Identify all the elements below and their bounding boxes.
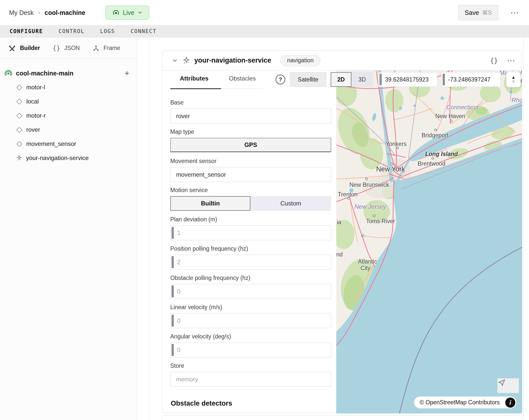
openstreetmap-canvas[interactable]	[336, 70, 522, 413]
live-machine-icon	[5, 69, 12, 77]
plan-deviation-label: Plan deviation (m)	[170, 216, 331, 223]
frame-axes-icon	[92, 45, 100, 52]
tab-frame[interactable]: Frame	[92, 45, 120, 52]
tree-item-label: motor-l	[26, 84, 45, 91]
info-icon[interactable]: i	[505, 398, 515, 408]
sidebar-item-motor-r[interactable]: motor-r	[0, 109, 137, 123]
next-card-partial	[162, 415, 522, 420]
add-component-button[interactable]: +	[125, 69, 129, 78]
field-store: Store memory	[170, 362, 331, 387]
component-diamond-icon	[16, 98, 22, 104]
config-sidebar: Builder {} JSON Frame cool-machine-main …	[0, 38, 137, 420]
mode-2d-button[interactable]: 2D	[331, 72, 351, 87]
motion-service-custom-option[interactable]: Custom	[250, 196, 331, 211]
curly-braces-icon: {}	[53, 44, 60, 52]
json-view-toggle[interactable]: {}	[490, 57, 498, 64]
angular-velocity-label: Angular velocity (deg/s)	[170, 333, 331, 340]
builder-tools-icon	[8, 44, 16, 52]
more-menu-button[interactable]: ⋯	[510, 8, 519, 17]
main-tab-control[interactable]: CONTROL	[59, 28, 85, 34]
breadcrumb-separator: ›	[38, 9, 40, 16]
main-tab-logs[interactable]: LOGS	[100, 28, 115, 34]
satellite-toggle-button[interactable]: Satellite	[290, 72, 326, 87]
base-input[interactable]: rover	[170, 109, 331, 123]
field-angular-velocity: Angular velocity (deg/s) 0	[170, 333, 331, 357]
field-map-type: Map type GPS	[170, 128, 331, 152]
linear-velocity-input[interactable]: 0	[170, 313, 331, 328]
send-arrow-icon	[497, 378, 506, 387]
angular-velocity-input[interactable]: 0	[170, 343, 331, 357]
breadcrumb-machine-name: cool-machine	[45, 9, 85, 16]
motion-service-builtin-option[interactable]: Builtin	[170, 196, 250, 211]
navigation-map[interactable]: MassachProRhodConnecticutNew HavenBridge…	[336, 70, 522, 413]
tab-json[interactable]: {} JSON	[53, 44, 80, 52]
motion-service-toggle: Builtin Custom	[170, 196, 331, 211]
obstacle-polling-label: Obstacle polling frequency (hz)	[170, 275, 331, 281]
component-diamond-icon	[16, 127, 22, 133]
zoom-stepper[interactable]: ▲ ▼	[506, 72, 521, 87]
map-label-toms-river: Toms River	[366, 218, 395, 225]
map-type-label: Map type	[170, 128, 331, 135]
map-label-new-york: New York	[376, 165, 405, 173]
service-type-badge: navigation	[280, 55, 321, 66]
navigation-service-card: your-navigation-service navigation {} ⋯	[162, 50, 522, 413]
sidebar-item-your-navigation-service[interactable]: your-navigation-service	[0, 151, 137, 165]
broadcast-icon	[112, 9, 120, 16]
position-polling-input[interactable]: 2	[170, 255, 331, 270]
city-dot	[391, 163, 393, 165]
linear-velocity-label: Linear velocity (m/s)	[170, 304, 331, 311]
active-tab-underline	[170, 88, 221, 89]
map-label-yonkers: Yonkers	[386, 141, 406, 147]
panel-divider	[149, 38, 149, 420]
sidebar-item-movement_sensor[interactable]: movement_sensor	[0, 137, 137, 151]
sidebar-item-rover[interactable]: rover	[0, 123, 137, 137]
tab-obstacles[interactable]: Obstacles	[229, 75, 256, 82]
collapse-chevron-icon[interactable]	[172, 57, 178, 64]
save-button[interactable]: Save ⌘S	[458, 5, 498, 20]
map-label-long-island: Long Island	[425, 151, 458, 158]
obstacle-polling-input[interactable]: 0	[170, 284, 331, 299]
longitude-input[interactable]: -73.2486397247	[441, 72, 501, 87]
map-label-nd: nd	[336, 251, 343, 258]
tab-attributes[interactable]: Attributes	[180, 75, 208, 82]
map-type-gps-button[interactable]: GPS	[170, 138, 331, 152]
help-icon[interactable]: ?	[276, 75, 285, 84]
machine-part-tree: cool-machine-main + motor-llocalmotor-rr…	[0, 59, 137, 165]
plan-deviation-input[interactable]: 1	[170, 225, 331, 240]
sidebar-item-motor-l[interactable]: motor-l	[0, 80, 137, 94]
step-up-icon[interactable]: ▲	[511, 75, 516, 80]
mode-3d-button[interactable]: 3D	[351, 72, 373, 87]
map-label-atlantic: Atlantic	[358, 258, 377, 265]
store-input[interactable]: memory	[170, 372, 331, 387]
live-status-dropdown[interactable]: Live	[105, 6, 149, 20]
map-attribution: © OpenStreetMap Contributors i	[414, 397, 516, 408]
map-label-city: City	[360, 265, 371, 272]
store-label: Store	[170, 362, 331, 369]
tree-root-machine-part[interactable]: cool-machine-main +	[0, 66, 137, 80]
view-mode-tabs: Builder {} JSON Frame	[0, 38, 137, 59]
step-down-icon[interactable]: ▼	[511, 80, 516, 84]
movement-sensor-input[interactable]: movement_sensor	[170, 167, 331, 182]
recenter-map-button[interactable]	[497, 378, 519, 393]
breadcrumb-root-link[interactable]: My Desk	[9, 9, 34, 16]
sparkles-service-icon	[182, 56, 191, 65]
tree-item-label: your-navigation-service	[26, 154, 89, 162]
component-diamond-icon	[16, 113, 22, 119]
map-label-new-jersey: New Jersey	[354, 203, 386, 210]
chevron-down-icon	[137, 10, 142, 15]
service-name: your-navigation-service	[194, 57, 271, 64]
main-tab-configure[interactable]: CONFIGURE	[10, 28, 43, 34]
map-label-bridgeport: Bridgeport	[422, 132, 448, 139]
tree-item-label: motor-r	[26, 112, 46, 119]
card-more-menu[interactable]: ⋯	[507, 57, 515, 65]
city-dot	[431, 157, 434, 160]
tab-builder[interactable]: Builder	[8, 44, 40, 52]
map-label-new-haven: New Haven	[435, 113, 465, 120]
movement-sensor-label: Movement sensor	[170, 158, 331, 165]
field-plan-deviation: Plan deviation (m) 1	[170, 216, 331, 240]
sidebar-item-local[interactable]: local	[0, 94, 137, 109]
motion-service-label: Motion service	[170, 187, 331, 194]
base-label: Base	[170, 99, 331, 106]
latitude-input[interactable]: 39.62848175923	[378, 72, 437, 87]
main-tab-connect[interactable]: CONNECT	[131, 28, 157, 34]
